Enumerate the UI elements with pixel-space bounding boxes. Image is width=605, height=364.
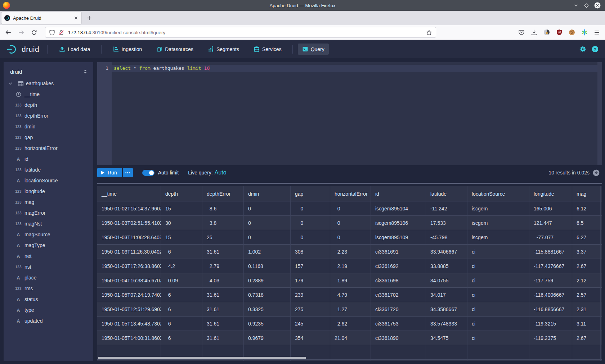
- table-row[interactable]: 1950-01-03T11:06:28.640Z15250 0 0iscgem8…: [97, 230, 602, 245]
- cell-longitude[interactable]: -119.3215: [529, 317, 572, 331]
- cell-horizontalError[interactable]: 2.62: [330, 317, 371, 331]
- cell-dmin[interactable]: 0.3325: [244, 302, 291, 317]
- cell-depthError[interactable]: 31.61: [202, 288, 244, 302]
- table-row[interactable]: 1950-01-03T11:26:30.040Z 631.611.002308 …: [97, 245, 602, 259]
- cell-locationSource[interactable]: iscgem: [467, 201, 529, 216]
- cell-dmin[interactable]: 0: [244, 230, 291, 245]
- new-tab-button[interactable]: [86, 15, 92, 21]
- sidebar-column-magNst[interactable]: 123magNst: [4, 218, 93, 229]
- sidebar-column-place[interactable]: Aplace: [4, 272, 93, 283]
- forward-button[interactable]: [18, 29, 24, 36]
- tab-close-icon[interactable]: [73, 15, 79, 21]
- sidebar-column-net[interactable]: Anet: [4, 251, 93, 261]
- column-header-longitude[interactable]: longitude: [529, 186, 572, 201]
- cell-__time[interactable]: 1950-01-03T11:06:28.640Z: [97, 230, 161, 245]
- table-row[interactable]: 1950-01-02T15:14:37.960Z15 8.60 0 0iscge…: [97, 201, 602, 216]
- cell-depth[interactable]: 0.09: [161, 273, 202, 288]
- cell-gap[interactable]: 245: [291, 317, 330, 331]
- cell-depthError[interactable]: 8.6: [202, 201, 244, 216]
- cell-locationSource[interactable]: ci: [467, 302, 529, 317]
- cell-horizontalError[interactable]: 21.04: [330, 331, 371, 345]
- cell-latitude[interactable]: 33.8885: [426, 259, 467, 273]
- bookmark-star-icon[interactable]: [426, 29, 432, 36]
- sidebar-column-horizontalError[interactable]: 123horizontalError: [4, 143, 93, 154]
- cell-longitude[interactable]: -116.4006667: [529, 288, 572, 302]
- cell-gap[interactable]: 308: [291, 245, 330, 259]
- cell-__time[interactable]: 1950-01-03T02:51:55.410Z: [97, 216, 161, 230]
- cell-depthError[interactable]: 31.61: [202, 302, 244, 317]
- cell-dmin[interactable]: 0.2889: [244, 273, 291, 288]
- sidebar-column-depthError[interactable]: 123depthError: [4, 110, 93, 121]
- column-header-depthError[interactable]: depthError: [202, 186, 244, 201]
- cell-depthError[interactable]: 3.8: [202, 216, 244, 230]
- cell-depthError[interactable]: 25: [202, 230, 244, 245]
- cell-dmin[interactable]: 0: [244, 216, 291, 230]
- back-button[interactable]: [5, 29, 12, 36]
- cell-depth[interactable]: 15: [161, 230, 202, 245]
- sidebar-column-id[interactable]: Aid: [4, 154, 93, 164]
- column-header-depth[interactable]: depth: [161, 186, 202, 201]
- run-more-button[interactable]: •••: [123, 168, 133, 177]
- column-header-mag[interactable]: mag: [572, 186, 601, 201]
- auto-limit-toggle[interactable]: [142, 170, 154, 176]
- cell-id[interactable]: iscgem895104: [371, 201, 426, 216]
- cell-horizontalError[interactable]: 1.27: [330, 302, 371, 317]
- cell-depth[interactable]: 6: [161, 245, 202, 259]
- cell-longitude[interactable]: -119.2375: [529, 331, 572, 345]
- pocket-icon[interactable]: [518, 29, 525, 36]
- cell-locationSource[interactable]: iscgem: [467, 230, 529, 245]
- sql-editor[interactable]: 1 select * from earthquakes limit 10: [97, 62, 602, 165]
- gear-icon[interactable]: [579, 46, 586, 53]
- window-minimize-icon[interactable]: [573, 3, 579, 8]
- cell-gap[interactable]: 179: [291, 273, 330, 288]
- column-header-dmin[interactable]: dmin: [244, 186, 291, 201]
- cell-__time[interactable]: 1950-01-04T16:38:45.670Z: [97, 273, 161, 288]
- cell-gap[interactable]: 0: [291, 230, 330, 245]
- url-bar[interactable]: 172.18.0.4:30109/unified-console.html#qu…: [45, 27, 436, 38]
- nav-item-load-data[interactable]: Load data: [56, 44, 93, 54]
- cell-depthError[interactable]: 4.03: [202, 273, 244, 288]
- column-header-horizontalError[interactable]: horizontalError: [330, 186, 371, 201]
- column-header-latitude[interactable]: latitude: [426, 186, 467, 201]
- cell-locationSource[interactable]: ci: [467, 245, 529, 259]
- cell-dmin[interactable]: 1.002: [244, 245, 291, 259]
- cell-gap[interactable]: 157: [291, 259, 330, 273]
- cell-id[interactable]: ci3361890: [371, 331, 426, 345]
- cell-depthError[interactable]: 31.61: [202, 317, 244, 331]
- cell-mag[interactable]: 2.67: [572, 259, 601, 273]
- cell-latitude[interactable]: -11.242: [426, 201, 467, 216]
- cell-longitude[interactable]: 165.006: [529, 201, 572, 216]
- table-row[interactable]: 1950-01-04T16:38:45.670Z 0.09 4.030.2889…: [97, 273, 602, 288]
- cell-horizontalError[interactable]: 0: [330, 230, 371, 245]
- cell-depth[interactable]: 30: [161, 216, 202, 230]
- cookie-extension-icon[interactable]: [569, 29, 575, 36]
- cell-mag[interactable]: 2.12: [572, 273, 601, 288]
- cell-latitude[interactable]: 33.5748333: [426, 317, 467, 331]
- sidebar-column-depth[interactable]: 123depth: [4, 100, 93, 110]
- cell-dmin[interactable]: 0: [244, 201, 291, 216]
- cell-dmin[interactable]: 0.7318: [244, 288, 291, 302]
- cell-latitude[interactable]: 34.3586667: [426, 302, 467, 317]
- cell-longitude[interactable]: -77.077: [529, 230, 572, 245]
- cell-mag[interactable]: 6.12: [572, 201, 601, 216]
- cell-__time[interactable]: 1950-01-03T11:26:30.040Z: [97, 245, 161, 259]
- cell-gap[interactable]: 0: [291, 216, 330, 230]
- tab-apache-druid[interactable]: Apache Druid: [1, 12, 81, 24]
- cell-longitude[interactable]: 121.447: [529, 216, 572, 230]
- download-icon[interactable]: [531, 29, 537, 36]
- cell-mag[interactable]: 3.37: [572, 245, 601, 259]
- window-maximize-icon[interactable]: [584, 3, 589, 8]
- sidebar-column-type[interactable]: Atype: [4, 305, 93, 315]
- cell-depth[interactable]: 6: [161, 331, 202, 345]
- sidebar-column-dmin[interactable]: 123dmin: [4, 121, 93, 132]
- live-query-value[interactable]: Auto: [215, 169, 227, 176]
- table-row[interactable]: 1950-01-05T13:45:48.730Z 631.610.9235245…: [97, 317, 602, 331]
- run-button[interactable]: Run: [97, 168, 122, 177]
- cell-horizontalError[interactable]: 2.23: [330, 245, 371, 259]
- sidebar-column-magError[interactable]: 123magError: [4, 208, 93, 218]
- sidebar-column-__time[interactable]: __time: [4, 89, 93, 100]
- cell-depth[interactable]: 6: [161, 317, 202, 331]
- cell-mag[interactable]: 6.27: [572, 230, 601, 245]
- help-icon[interactable]: ?: [592, 46, 599, 53]
- table-row[interactable]: 1950-01-05T12:51:29.690Z 631.610.3325275…: [97, 302, 602, 317]
